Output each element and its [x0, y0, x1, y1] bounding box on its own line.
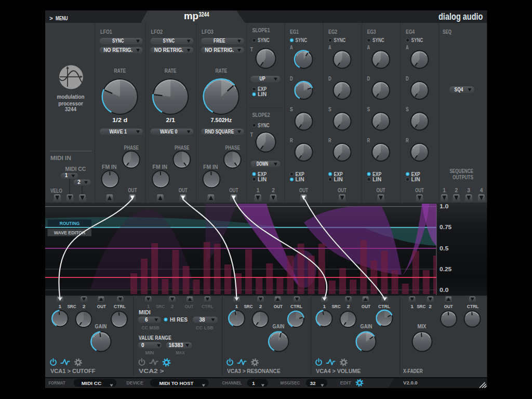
svg-text:CC MSB: CC MSB	[142, 325, 159, 330]
svg-text:ROUTING: ROUTING	[60, 220, 80, 226]
svg-text:1: 1	[147, 303, 150, 309]
svg-text:PHASE: PHASE	[175, 145, 190, 151]
svg-text:MIX: MIX	[417, 324, 426, 329]
svg-text:SLOPE2: SLOPE2	[252, 112, 271, 118]
svg-text:38: 38	[199, 317, 205, 323]
svg-text:VCA4 > VOLUME: VCA4 > VOLUME	[316, 368, 361, 374]
svg-text:LFO2: LFO2	[151, 29, 163, 35]
svg-text:SEQ: SEQ	[443, 29, 451, 35]
svg-text:T: T	[250, 132, 254, 138]
svg-text:32: 32	[310, 380, 316, 386]
svg-text:A: A	[290, 45, 293, 50]
svg-text:SYNC: SYNC	[334, 37, 346, 43]
svg-text:CHANNEL: CHANNEL	[222, 380, 242, 385]
svg-text:OUT: OUT	[415, 188, 424, 193]
svg-text:mp: mp	[184, 10, 198, 21]
svg-text:S: S	[406, 107, 409, 112]
svg-text:MIDI TO HOST: MIDI TO HOST	[159, 380, 194, 386]
svg-text:NO RETRIG.: NO RETRIG.	[154, 47, 183, 53]
svg-text:RATE: RATE	[165, 68, 177, 74]
svg-text:SYNC: SYNC	[373, 37, 384, 43]
svg-text:FM IN: FM IN	[203, 164, 218, 170]
svg-text:CTRL: CTRL	[378, 303, 390, 309]
svg-text:MSG/SEC: MSG/SEC	[281, 380, 300, 385]
svg-text:V2.0.0: V2.0.0	[403, 380, 418, 385]
svg-text:SYNC: SYNC	[411, 37, 423, 43]
svg-text:SYNC: SYNC	[112, 38, 124, 44]
svg-text:SRC: SRC	[244, 303, 252, 309]
svg-text:PHASE: PHASE	[124, 145, 139, 151]
svg-text:DOWN: DOWN	[257, 161, 268, 167]
svg-text:LIN: LIN	[411, 177, 420, 182]
svg-text:SEQUENCE: SEQUENCE	[449, 168, 473, 174]
svg-text:MAX: MAX	[176, 350, 185, 355]
svg-text:RATE: RATE	[215, 68, 227, 74]
svg-text:VALUE RANGE: VALUE RANGE	[139, 335, 171, 341]
svg-text:D: D	[290, 76, 293, 82]
svg-text:SRC: SRC	[417, 303, 425, 309]
svg-text:VCA2 >: VCA2 >	[139, 368, 164, 374]
svg-text:OUTPUTS: OUTPUTS	[453, 175, 473, 180]
svg-text:4: 4	[480, 188, 483, 193]
svg-text:GAIN: GAIN	[273, 324, 285, 329]
svg-text:OUT: OUT	[97, 303, 106, 309]
svg-text:S: S	[290, 107, 293, 112]
svg-text:processor: processor	[58, 100, 83, 107]
svg-text:D: D	[367, 76, 370, 82]
svg-text:MIDI CC: MIDI CC	[65, 166, 86, 172]
svg-text:NO RETRIG.: NO RETRIG.	[103, 47, 132, 53]
svg-text:LIN: LIN	[296, 177, 304, 182]
svg-text:6: 6	[145, 317, 148, 323]
svg-text:SQ4: SQ4	[455, 87, 463, 92]
svg-text:FORMAT: FORMAT	[48, 380, 65, 385]
svg-text:MIDI CC: MIDI CC	[82, 380, 102, 386]
svg-text:LIN: LIN	[334, 177, 343, 182]
svg-text:S: S	[328, 107, 331, 112]
svg-text:0.25: 0.25	[440, 267, 452, 272]
svg-text:3244: 3244	[65, 106, 76, 112]
svg-text:A: A	[328, 45, 331, 50]
svg-text:NO RETRIG.: NO RETRIG.	[205, 47, 234, 53]
svg-text:CTRL: CTRL	[290, 303, 302, 309]
svg-text:OUT: OUT	[362, 303, 370, 309]
svg-text:CTRL: CTRL	[202, 303, 214, 309]
svg-text:3244: 3244	[199, 11, 209, 18]
svg-text:0: 0	[141, 342, 144, 348]
svg-text:7.502Hz: 7.502Hz	[211, 117, 232, 123]
svg-text:OUT: OUT	[274, 303, 283, 309]
svg-text:2: 2	[347, 303, 350, 309]
svg-text:SRC: SRC	[331, 303, 340, 309]
svg-text:EG3: EG3	[367, 29, 376, 35]
svg-text:LIN: LIN	[258, 91, 267, 97]
svg-text:1/2 d: 1/2 d	[112, 117, 127, 123]
svg-text:SRC: SRC	[156, 303, 165, 309]
svg-text:1: 1	[59, 303, 62, 309]
svg-text:R: R	[328, 138, 331, 143]
svg-text:SYNC: SYNC	[258, 123, 270, 128]
svg-text:OUT: OUT	[444, 303, 453, 309]
svg-text:OUT: OUT	[184, 303, 193, 309]
svg-text:OUT: OUT	[179, 188, 188, 193]
svg-text:A: A	[367, 45, 370, 50]
svg-text:HI RES: HI RES	[170, 317, 188, 323]
svg-text:1: 1	[443, 188, 446, 193]
svg-text:R: R	[290, 138, 293, 143]
svg-text:SYNC: SYNC	[258, 37, 270, 43]
svg-text:R: R	[367, 138, 370, 143]
svg-text:RATE: RATE	[114, 68, 126, 74]
svg-text:1: 1	[410, 303, 414, 309]
svg-text:OUT: OUT	[338, 188, 347, 193]
svg-text:OUT: OUT	[128, 188, 137, 193]
svg-text:VCA1 > CUTOFF: VCA1 > CUTOFF	[50, 368, 95, 374]
svg-text:LFO3: LFO3	[202, 29, 214, 35]
svg-text:MIN: MIN	[145, 350, 154, 355]
svg-text:2: 2	[83, 303, 86, 309]
svg-text:dialog audio: dialog audio	[438, 11, 483, 22]
svg-text:0.75: 0.75	[440, 224, 452, 230]
svg-text:CTRL: CTRL	[467, 303, 479, 309]
svg-text:CC LSB: CC LSB	[196, 325, 214, 330]
svg-text:0.0: 0.0	[440, 287, 449, 293]
svg-text:SYNC: SYNC	[163, 38, 175, 44]
svg-text:>: >	[49, 15, 53, 21]
svg-text:S: S	[367, 107, 370, 112]
